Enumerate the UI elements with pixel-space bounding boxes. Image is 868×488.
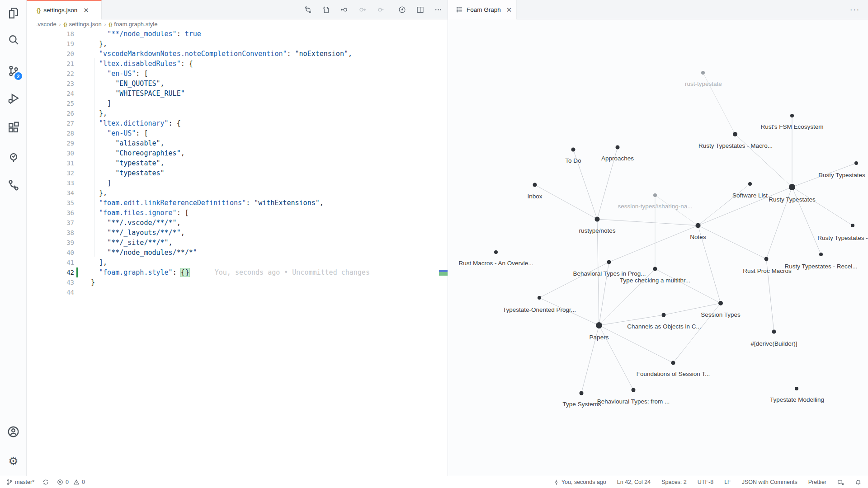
eol-setting[interactable]: LF [724,479,731,485]
open-changes-icon[interactable] [319,3,333,17]
feedback-icon[interactable] [837,479,844,486]
code-token: "**/node_modules/**/*" [107,249,197,257]
search-icon[interactable] [0,29,27,51]
graph-node-typestate-modelling[interactable] [795,387,798,390]
notifications-bell-icon[interactable] [855,479,862,486]
code-line[interactable]: 31 "typestate", [27,158,448,168]
graph-node-channels[interactable] [662,313,666,317]
breadcrumb-vscode[interactable]: .vscode [36,21,57,28]
code-editor[interactable]: 18 "**/node_modules": true19 },20 "vscod… [27,29,448,476]
cursor-position[interactable]: Ln 42, Col 24 [617,479,651,485]
git-graph-icon[interactable] [0,174,27,196]
graph-node-behavioral[interactable] [607,260,611,264]
graph-node-rust-macros[interactable] [494,250,498,254]
code-line[interactable]: 38 "**/_layouts/**/*", [27,228,448,238]
code-line[interactable]: 39 "**/_site/**/*", [27,238,448,248]
graph-node-rt-hub[interactable] [789,184,795,190]
graph-node-derive[interactable] [772,330,776,334]
todo-tree-icon[interactable] [0,146,27,168]
account-icon[interactable] [0,421,27,442]
breadcrumb-settings-json[interactable]: settings.json [69,21,101,28]
code-line[interactable]: 43} [27,277,448,287]
close-icon[interactable]: ✕ [506,6,512,14]
code-line[interactable]: 24 "WHITESPACE_RULE" [27,89,448,99]
code-line[interactable]: 37 "**/.vscode/**/*", [27,218,448,228]
more-actions-icon[interactable] [431,3,445,17]
code-line[interactable]: 34 }, [27,188,448,198]
code-token: "en-US" [107,129,136,137]
run-icon[interactable] [395,3,409,17]
previous-change-icon[interactable] [337,3,351,17]
code-line[interactable]: 40 "**/node_modules/**/*" [27,248,448,258]
indentation-setting[interactable]: Spaces: 2 [661,479,687,485]
code-line[interactable]: 27 "ltex.dictionary": { [27,118,448,128]
graph-node-rt-right[interactable] [851,224,854,227]
code-line[interactable]: 36 "foam.files.ignore": [ [27,208,448,218]
panel-more-actions-icon[interactable]: ··· [850,0,860,19]
source-control-icon[interactable]: 2 [0,60,27,82]
navigate-forward-icon[interactable] [373,3,387,17]
graph-node-label: Type checking a multithr... [620,277,690,284]
commit-info[interactable]: You, seconds ago [553,479,606,485]
code-line[interactable]: 44 [27,287,448,297]
problems-indicator[interactable]: 0 0 [57,479,85,485]
graph-node-type-systems[interactable] [580,391,584,395]
graph-node-session-types[interactable] [653,193,657,197]
graph-node-rt-topright[interactable] [854,161,858,165]
graph-node-fsm[interactable] [790,114,794,117]
foam-graph-canvas[interactable]: rust-typestateRust's FSM EcosystemRusty … [448,19,868,476]
split-editor-icon[interactable] [413,3,427,17]
language-mode[interactable]: JSON with Comments [742,479,797,485]
compare-changes-icon[interactable] [301,3,315,17]
graph-node-rustype[interactable] [595,217,600,222]
graph-node-type-checking[interactable] [653,267,657,271]
line-number: 25 [27,99,74,108]
code-line[interactable]: 26 }, [27,108,448,118]
formatter-indicator[interactable]: Prettier [808,479,826,485]
breadcrumb-foam-graph-style[interactable]: foam.graph.style [114,21,157,28]
graph-node-papers[interactable] [596,322,602,328]
graph-node-inbox[interactable] [533,183,537,187]
code-token: "Choreographies" [115,149,181,157]
graph-node-approaches[interactable] [616,145,620,150]
tab-settings-json[interactable]: {} settings.json ✕ [27,0,102,19]
graph-node-notes[interactable] [696,223,701,228]
code-line[interactable]: 30 "Choreographies", [27,148,448,158]
extensions-icon[interactable] [0,117,27,138]
code-line[interactable]: 20 "vscodeMarkdownNotes.noteCompletionCo… [27,49,448,59]
graph-node-typestate-oriented[interactable] [538,296,541,300]
graph-node-todo[interactable] [571,148,576,152]
code-line[interactable]: 41 ], [27,258,448,267]
code-token: , [160,139,165,147]
graph-node-foundations[interactable] [671,361,675,365]
graph-node-rt-recei[interactable] [819,253,823,256]
code-line[interactable]: 33 ] [27,178,448,188]
graph-node-rust-proc[interactable] [764,257,769,261]
run-debug-icon[interactable] [0,88,27,109]
code-line[interactable]: 32 "typestates" [27,168,448,178]
graph-node-software[interactable] [748,182,752,186]
code-line[interactable]: 18 "**/node_modules": true [27,29,448,39]
sync-changes-button[interactable] [42,479,49,485]
graph-node-behavioural-from[interactable] [632,388,636,392]
next-change-icon[interactable] [355,3,369,17]
code-line[interactable]: 21 "ltex.disabledRules": { [27,59,448,69]
tab-close-icon[interactable]: ✕ [83,6,89,14]
code-line[interactable]: 23 "EN_QUOTES", [27,79,448,89]
code-line[interactable]: 22 "en-US": [ [27,69,448,79]
encoding-setting[interactable]: UTF-8 [698,479,713,485]
tab-foam-graph[interactable]: Foam Graph ✕ [448,0,517,19]
code-line[interactable]: 42 "foam.graph.style": {}You, seconds ag… [27,267,448,277]
code-line[interactable]: 19 }, [27,39,448,49]
graph-node-rt-macro[interactable] [733,132,737,136]
graph-node-rust-typestate[interactable] [701,71,705,75]
code-text: "Choreographies", [91,148,185,158]
code-line[interactable]: 25 ] [27,99,448,108]
code-line[interactable]: 29 "aliasable", [27,138,448,148]
graph-node-sessiontypes[interactable] [718,301,723,305]
settings-gear-icon[interactable]: ⚙ [0,450,27,472]
branch-indicator[interactable]: master* [6,479,34,485]
code-line[interactable]: 28 "en-US": [ [27,128,448,138]
explorer-icon[interactable] [0,2,27,24]
code-line[interactable]: 35 "foam.edit.linkReferenceDefinitions":… [27,198,448,208]
